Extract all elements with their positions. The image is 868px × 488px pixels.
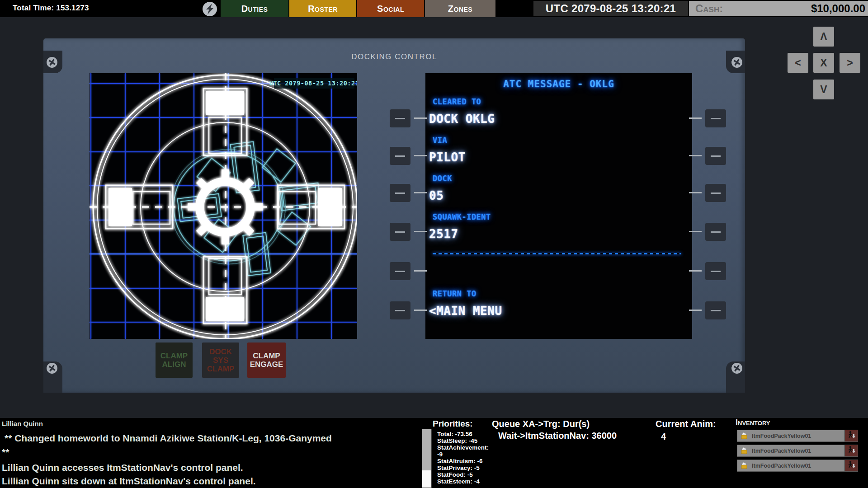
- side-button-right-1[interactable]: [705, 109, 726, 127]
- drop-item-button[interactable]: [844, 430, 858, 441]
- dash-mark: [414, 310, 427, 311]
- side-button-left-2[interactable]: [390, 147, 410, 165]
- atc-field-value: DOCK OKLG: [429, 112, 495, 126]
- log-character-name: Lillian Quinn: [2, 420, 43, 427]
- queue-item: Wait->ItmStationNav: 36000: [498, 431, 617, 441]
- nav-right-button[interactable]: >: [840, 53, 860, 73]
- dash-mark: [689, 192, 702, 193]
- radar-timestamp: UTC 2079-08-25 13:20:21: [269, 80, 357, 87]
- queue-header: Queue XA->Trg: Dur(s): [492, 419, 590, 429]
- dash-icon: [395, 231, 405, 233]
- screw-icon: [731, 362, 743, 374]
- cash-value: $10,000.00: [811, 2, 865, 15]
- nav-left-button[interactable]: <: [788, 53, 808, 73]
- total-time-label: Total Time: 153.1273: [13, 4, 89, 13]
- side-button-right-6[interactable]: [705, 301, 726, 319]
- dash-icon: [711, 231, 721, 233]
- clamp-engage-button[interactable]: CLAMP ENGAGE: [247, 343, 286, 378]
- dash-icon: [395, 118, 405, 119]
- dash-icon: [711, 155, 721, 157]
- atc-message-screen: ATC MESSAGE - OKLG CLEARED TO DOCK OKLG …: [425, 73, 692, 339]
- dash-mark: [689, 231, 702, 232]
- dash-mark: [414, 270, 427, 272]
- priority-item: StatAltruism: -6: [437, 458, 496, 465]
- log-line: Lillian Quinn sits down at ItmStationNav…: [2, 476, 256, 487]
- dash-icon: [711, 271, 721, 272]
- dash-icon: [711, 118, 721, 119]
- tab-duties[interactable]: Duties: [221, 0, 288, 17]
- side-button-left-5[interactable]: [390, 262, 410, 280]
- atc-title: ATC MESSAGE - OKLG: [425, 79, 692, 89]
- atc-field-value: PILOT: [429, 150, 466, 164]
- log-scrollbar-thumb[interactable]: [422, 470, 431, 488]
- current-anim-value: 4: [661, 432, 666, 442]
- dash-mark: [689, 270, 702, 272]
- sync-button[interactable]: [202, 1, 218, 17]
- walking-drop-icon: [847, 446, 855, 456]
- priorities-list: Total: -73.56 StatSleep: -45 StatAchieve…: [437, 431, 496, 485]
- log-scrollbar[interactable]: [422, 429, 432, 488]
- priority-item: StatEsteem: -4: [437, 478, 496, 485]
- tab-social[interactable]: Social: [357, 0, 424, 17]
- drop-item-button[interactable]: [844, 445, 858, 456]
- dash-mark: [689, 155, 702, 156]
- inventory-item-name: ItmFoodPackYellow01: [752, 433, 811, 439]
- inventory-item-name: ItmFoodPackYellow01: [752, 448, 811, 454]
- inventory-item-row[interactable]: ItmFoodPackYellow01: [737, 460, 858, 472]
- priorities-header: Priorities:: [433, 419, 473, 429]
- inventory-header: Inventory: [736, 418, 770, 427]
- atc-field-label: SQUAWK-IDENT: [433, 212, 491, 221]
- side-button-left-6[interactable]: [390, 301, 410, 319]
- priority-item: StatPrivacy: -5: [437, 465, 496, 471]
- tab-roster[interactable]: Roster: [289, 0, 356, 17]
- docking-radar-display: UTC 2079-08-25 13:20:21: [90, 73, 357, 339]
- inventory-item-row[interactable]: ItmFoodPackYellow01: [737, 445, 858, 457]
- atc-field-value: 2517: [429, 227, 458, 241]
- top-bar: Total Time: 153.1273 Duties Roster Socia…: [0, 0, 868, 17]
- walking-drop-icon: [847, 460, 855, 471]
- dock-sys-clamp-button[interactable]: DOCK SYS CLAMP: [202, 343, 239, 378]
- dash-icon: [711, 192, 721, 194]
- dash-mark: [414, 231, 427, 232]
- inventory-item-row[interactable]: ItmFoodPackYellow01: [737, 430, 858, 442]
- dash-mark: [689, 117, 702, 119]
- nav-down-button[interactable]: V: [813, 80, 834, 99]
- priority-item: -9: [437, 451, 496, 458]
- log-line: ** Changed homeworld to Nnamdi Azikiwe S…: [5, 433, 332, 444]
- food-pack-icon: [741, 431, 748, 441]
- dash-icon: [395, 192, 405, 194]
- dash-mark: [414, 192, 427, 193]
- bottom-hud: Lillian Quinn ** Changed homeworld to Nn…: [0, 418, 868, 488]
- nav-up-button[interactable]: Λ: [813, 27, 834, 47]
- log-line: Lillian Quinn accesses ItmStationNav's c…: [2, 462, 243, 473]
- drop-item-button[interactable]: [844, 460, 858, 471]
- panel-title: DOCKING CONTROL: [43, 52, 745, 61]
- clamp-align-button[interactable]: CLAMP ALIGN: [156, 343, 193, 378]
- nav-close-button[interactable]: X: [813, 53, 834, 73]
- priority-item: StatAchievement:: [437, 444, 496, 451]
- dash-mark: [414, 117, 427, 119]
- dash-icon: [711, 310, 721, 311]
- utc-clock: UTC 2079-08-25 13:20:21: [533, 1, 688, 16]
- side-button-right-4[interactable]: [705, 223, 726, 241]
- dash-mark: [414, 155, 427, 156]
- side-button-right-3[interactable]: [705, 184, 726, 202]
- side-button-right-2[interactable]: [705, 147, 726, 165]
- dash-icon: [395, 310, 405, 311]
- atc-main-menu-link[interactable]: <MAIN MENU: [429, 304, 502, 318]
- tab-zones[interactable]: Zones: [425, 0, 495, 17]
- priority-item: StatSleep: -45: [437, 437, 496, 444]
- side-button-left-4[interactable]: [390, 223, 410, 241]
- cash-panel: Cash: $10,000.00: [689, 1, 868, 16]
- food-pack-icon: [741, 446, 748, 456]
- atc-field-label: DOCK: [433, 174, 452, 183]
- cash-label: Cash:: [695, 2, 723, 15]
- food-pack-icon: [741, 461, 748, 471]
- walking-drop-icon: [847, 431, 855, 441]
- side-button-left-3[interactable]: [390, 184, 410, 202]
- screw-icon: [731, 56, 743, 68]
- dash-icon: [395, 155, 405, 157]
- side-button-left-1[interactable]: [390, 109, 410, 127]
- side-button-right-5[interactable]: [705, 262, 726, 280]
- priority-item: Total: -73.56: [437, 431, 496, 437]
